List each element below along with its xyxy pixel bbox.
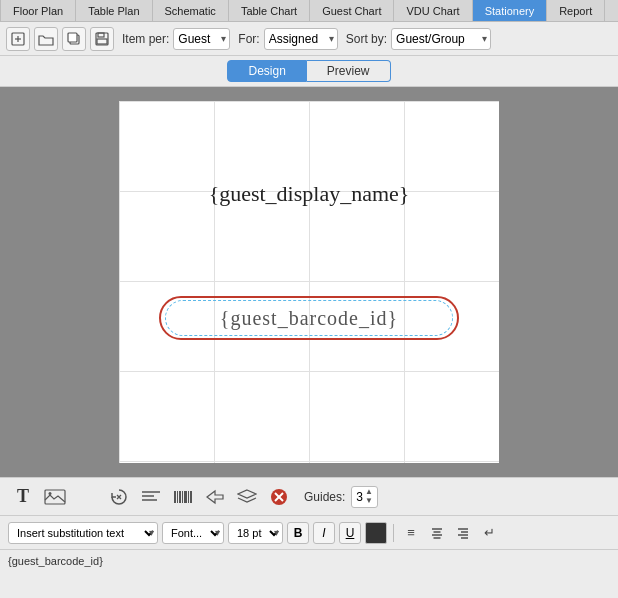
status-text: {guest_barcode_id} bbox=[8, 555, 103, 567]
insert-substitution-select[interactable]: Insert substitution text bbox=[8, 522, 158, 544]
barcode-outer-border: {guest_barcode_id} bbox=[159, 296, 459, 340]
circle-tool-button[interactable] bbox=[74, 484, 100, 510]
svg-rect-7 bbox=[97, 39, 107, 44]
barcode-field-container[interactable]: {guest_barcode_id} bbox=[159, 296, 459, 340]
open-icon bbox=[38, 32, 54, 46]
svg-rect-18 bbox=[188, 491, 189, 503]
svg-rect-19 bbox=[190, 491, 192, 503]
guides-label: Guides: bbox=[304, 490, 345, 504]
italic-button[interactable]: I bbox=[313, 522, 335, 544]
font-select[interactable]: Font... bbox=[162, 522, 224, 544]
svg-rect-17 bbox=[184, 491, 187, 503]
for-label: For: bbox=[238, 32, 259, 46]
svg-marker-20 bbox=[207, 491, 223, 503]
align-right-icon bbox=[456, 527, 470, 539]
canvas-page[interactable]: {guest_display_name} {guest_barcode_id} bbox=[119, 101, 499, 463]
align-tool-button[interactable] bbox=[138, 484, 164, 510]
open-button[interactable] bbox=[34, 27, 58, 51]
align-center-button[interactable] bbox=[426, 522, 448, 544]
size-select[interactable]: 18 pt bbox=[228, 522, 283, 544]
svg-rect-4 bbox=[68, 33, 77, 42]
delete-tool-button[interactable] bbox=[266, 484, 292, 510]
new-icon bbox=[11, 32, 25, 46]
status-bar: {guest_barcode_id} bbox=[0, 549, 618, 571]
layers-tool-button[interactable] bbox=[234, 484, 260, 510]
guides-count-value: 3 bbox=[356, 490, 363, 504]
tab-stationery[interactable]: Stationery bbox=[473, 0, 548, 21]
underline-button[interactable]: U bbox=[339, 522, 361, 544]
design-button[interactable]: Design bbox=[227, 60, 306, 82]
layers-icon bbox=[237, 489, 257, 505]
preview-button[interactable]: Preview bbox=[307, 60, 391, 82]
tab-table-chart[interactable]: Table Chart bbox=[229, 0, 310, 21]
tab-table-plan[interactable]: Table Plan bbox=[76, 0, 152, 21]
svg-rect-14 bbox=[177, 491, 178, 503]
text-tool-button[interactable]: T bbox=[10, 484, 36, 510]
guides-decrement[interactable]: ▼ bbox=[365, 497, 373, 505]
main-toolbar: Item per: Guest For: Assigned Sort by: G… bbox=[0, 22, 618, 56]
top-nav-tabs: Floor Plan Table Plan Schematic Table Ch… bbox=[0, 0, 618, 22]
save-button[interactable] bbox=[90, 27, 114, 51]
guest-barcode-id-field: {guest_barcode_id} bbox=[220, 307, 398, 330]
copy-button[interactable] bbox=[62, 27, 86, 51]
align-left-button[interactable]: ≡ bbox=[400, 522, 422, 544]
tab-floor-plan[interactable]: Floor Plan bbox=[0, 0, 76, 21]
svg-rect-16 bbox=[182, 491, 183, 503]
sort-by-label: Sort by: bbox=[346, 32, 387, 46]
arrow-icon bbox=[205, 489, 225, 505]
arrow-tool-button[interactable] bbox=[202, 484, 228, 510]
for-select[interactable]: Assigned bbox=[264, 28, 338, 50]
delete-icon bbox=[270, 488, 288, 506]
guides-increment[interactable]: ▲ bbox=[365, 488, 373, 496]
transform-tool-button[interactable] bbox=[106, 484, 132, 510]
item-per-select[interactable]: Guest bbox=[173, 28, 230, 50]
align-right-button[interactable] bbox=[452, 522, 474, 544]
sort-by-select[interactable]: Guest/Group bbox=[391, 28, 491, 50]
canvas-area: {guest_display_name} {guest_barcode_id} bbox=[0, 87, 618, 477]
save-icon bbox=[95, 32, 109, 46]
barcode-icon bbox=[173, 489, 193, 505]
svg-rect-13 bbox=[174, 491, 176, 503]
tab-guest-chart[interactable]: Guest Chart bbox=[310, 0, 394, 21]
svg-point-9 bbox=[49, 492, 52, 495]
image-icon bbox=[44, 489, 66, 505]
format-separator bbox=[393, 524, 394, 542]
copy-icon bbox=[67, 32, 81, 46]
guides-stepper[interactable]: ▲ ▼ bbox=[365, 488, 373, 505]
barcode-inner-border: {guest_barcode_id} bbox=[165, 300, 453, 336]
color-picker-button[interactable] bbox=[365, 522, 387, 544]
align-icon bbox=[141, 489, 161, 505]
tab-report[interactable]: Report bbox=[547, 0, 605, 21]
svg-rect-6 bbox=[98, 33, 104, 37]
tool-palette: T bbox=[0, 477, 618, 515]
align-center-icon bbox=[430, 527, 444, 539]
barcode-tool-button[interactable] bbox=[170, 484, 196, 510]
new-button[interactable] bbox=[6, 27, 30, 51]
design-preview-bar: Design Preview bbox=[0, 56, 618, 87]
item-per-label: Item per: bbox=[122, 32, 169, 46]
transform-icon bbox=[109, 487, 129, 507]
bold-button[interactable]: B bbox=[287, 522, 309, 544]
tab-vdu-chart[interactable]: VDU Chart bbox=[394, 0, 472, 21]
return-button[interactable]: ↵ bbox=[478, 522, 500, 544]
svg-rect-15 bbox=[179, 491, 181, 503]
image-tool-button[interactable] bbox=[42, 484, 68, 510]
guest-display-name-field[interactable]: {guest_display_name} bbox=[209, 181, 410, 207]
svg-marker-21 bbox=[238, 490, 256, 498]
format-toolbar: Insert substitution text Font... 18 pt B… bbox=[0, 515, 618, 549]
guides-count-control[interactable]: 3 ▲ ▼ bbox=[351, 486, 378, 508]
tab-schematic[interactable]: Schematic bbox=[153, 0, 229, 21]
